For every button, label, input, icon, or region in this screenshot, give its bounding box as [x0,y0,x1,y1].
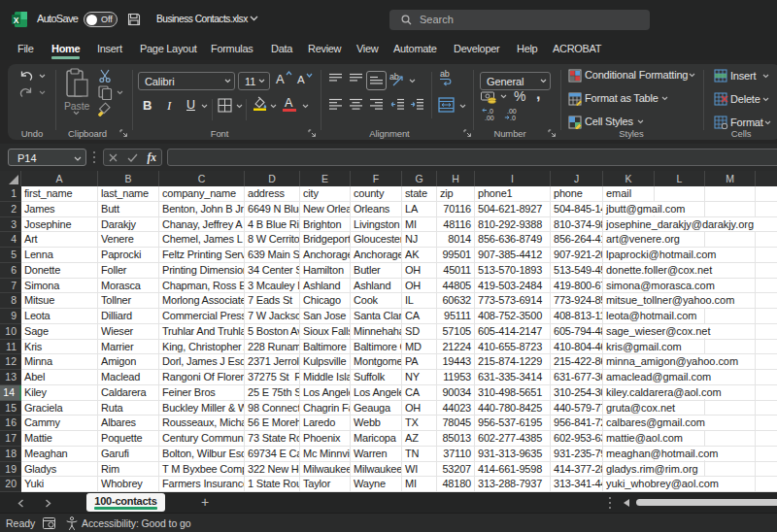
chevron-down-icon[interactable] [117,90,123,95]
cell-J17[interactable]: 602-953-6360 [551,431,603,447]
chevron-down-icon[interactable] [258,79,265,83]
cell-I4[interactable]: 856-636-8749 [475,232,551,248]
cell-D4[interactable]: 8 W Cerritos Ave #54 [245,232,300,248]
cell-E8[interactable]: Chicago [300,293,351,309]
align-center-icon[interactable] [350,98,362,111]
percent-style-icon[interactable]: % [514,88,525,104]
delete-button[interactable]: Delete [730,93,760,105]
row-header-17[interactable]: 17 [0,431,21,447]
cell-E20[interactable]: Taylor [300,477,351,492]
cell-M2[interactable] [705,202,756,217]
cell-C20[interactable]: Farmers Insurance Group [159,477,245,492]
cell-D7[interactable]: 3 Mcauley Dr [245,279,300,294]
row-header-13[interactable]: 13 [0,370,21,385]
autosave-toggle[interactable]: Off [84,12,118,27]
cell-F3[interactable]: Livingston [351,217,402,233]
copy-icon[interactable] [98,85,113,100]
row-header-3[interactable]: 3 [0,217,21,233]
cell-G8[interactable]: IL [402,293,437,309]
cell-H8[interactable]: 60632 [437,293,475,309]
cell-J1[interactable]: phone [551,186,603,202]
cell-E16[interactable]: Laredo [300,416,351,431]
format-as-table-icon[interactable] [568,92,582,106]
cell-D2[interactable]: 6649 N Blue Gum St [245,202,300,217]
cell-J16[interactable]: 956-841-7216 [551,416,603,431]
cell-styles-button[interactable]: Cell Styles [585,116,633,127]
next-sheet-icon[interactable] [45,499,51,508]
cell-C10[interactable]: Truhlar And Truhlar Attys [159,324,245,340]
cell-F6[interactable]: Butler [351,263,402,279]
cell-I16[interactable]: 956-537-6195 [475,416,551,431]
cell-H6[interactable]: 45011 [437,263,475,279]
cell-A10[interactable]: Sage [21,324,98,340]
cell-G9[interactable]: CA [402,309,437,324]
cell-C2[interactable]: Benton, John B Jr [159,202,245,217]
cell-A3[interactable]: Josephine [21,217,98,233]
cell-D19[interactable]: 322 New Horizon Blvd [245,462,300,478]
cell-B7[interactable]: Morasca [98,279,159,294]
cell-F18[interactable]: Warren [351,447,402,462]
cell-C18[interactable]: Bolton, Wilbur Esq [159,447,245,462]
cell-D11[interactable]: 228 Runamuck Pl #2808 [245,340,300,355]
cell-B12[interactable]: Amigon [98,354,159,370]
cell-M11[interactable] [705,340,756,355]
cell-M4[interactable] [705,232,756,248]
cell-I14[interactable]: 310-498-5651 [475,385,551,401]
cell-A20[interactable]: Yuki [21,477,98,492]
cell-J15[interactable]: 440-579-7763 [551,401,603,416]
cell-I11[interactable]: 410-655-8723 [475,340,551,355]
cell-B13[interactable]: Maclead [98,370,159,385]
cell-A8[interactable]: Mitsue [21,293,98,309]
add-sheet-button[interactable]: + [197,494,213,510]
row-header-15[interactable]: 15 [0,401,21,416]
cell-A7[interactable]: Simona [21,279,98,294]
cell-C6[interactable]: Printing Dimensions [159,263,245,279]
tab-scroll-splitter[interactable] [608,497,611,509]
row-header-4[interactable]: 4 [0,232,21,248]
cell-K10[interactable]: sage_wieser@cox.net [603,324,655,340]
row-header-14[interactable]: 14 [0,385,21,401]
cell-F5[interactable]: Anchorage [351,248,402,263]
column-header-C[interactable]: C [159,171,245,186]
cell-G12[interactable]: PA [402,354,437,370]
cell-H18[interactable]: 37110 [437,447,475,462]
cell-I18[interactable]: 931-313-9635 [475,447,551,462]
cell-A19[interactable]: Gladys [21,462,98,478]
cell-G7[interactable]: OH [402,279,437,294]
cell-C5[interactable]: Feltz Printing Service [159,248,245,263]
cell-C7[interactable]: Chapman, Ross E Esq [159,279,245,294]
chevron-down-icon[interactable] [250,16,258,21]
column-header-F[interactable]: F [351,171,402,186]
cell-B20[interactable]: Whobrey [98,477,159,492]
cell-J10[interactable]: 605-794-4895 [551,324,603,340]
column-header-H[interactable]: H [437,171,475,186]
cell-B19[interactable]: Rim [98,462,159,478]
cell-I5[interactable]: 907-385-4412 [475,248,551,263]
accounting-format-icon[interactable] [481,90,497,104]
column-header-L[interactable]: L [655,171,705,186]
cell-E14[interactable]: Los Angeles [300,385,351,401]
menu-item-developer[interactable]: Developer [454,43,499,54]
cell-M15[interactable] [705,401,756,416]
cell-J18[interactable]: 931-235-7959 [551,447,603,462]
cell-G4[interactable]: NJ [402,232,437,248]
cell-G1[interactable]: state [402,186,437,202]
cell-H13[interactable]: 11953 [437,370,475,385]
menu-item-review[interactable]: Review [308,43,341,54]
cell-A5[interactable]: Lenna [21,248,98,263]
cell-M16[interactable] [705,416,756,431]
cell-H1[interactable]: zip [437,186,475,202]
cell-F14[interactable]: Los Angeles [351,385,402,401]
cell-A11[interactable]: Kris [21,340,98,355]
cell-E4[interactable]: Bridgeport [300,232,351,248]
cell-B11[interactable]: Marrier [98,340,159,355]
cell-G18[interactable]: TN [402,447,437,462]
column-header-D[interactable]: D [245,171,300,186]
cell-G16[interactable]: TX [402,416,437,431]
cell-D3[interactable]: 4 B Blue Ridge Blvd [245,217,300,233]
row-header-19[interactable]: 19 [0,462,21,478]
document-title[interactable]: Business Contacts.xlsx [156,14,248,24]
cell-J9[interactable]: 408-813-1105 [551,309,603,324]
cell-B2[interactable]: Butt [98,202,159,217]
cell-H9[interactable]: 95111 [437,309,475,324]
